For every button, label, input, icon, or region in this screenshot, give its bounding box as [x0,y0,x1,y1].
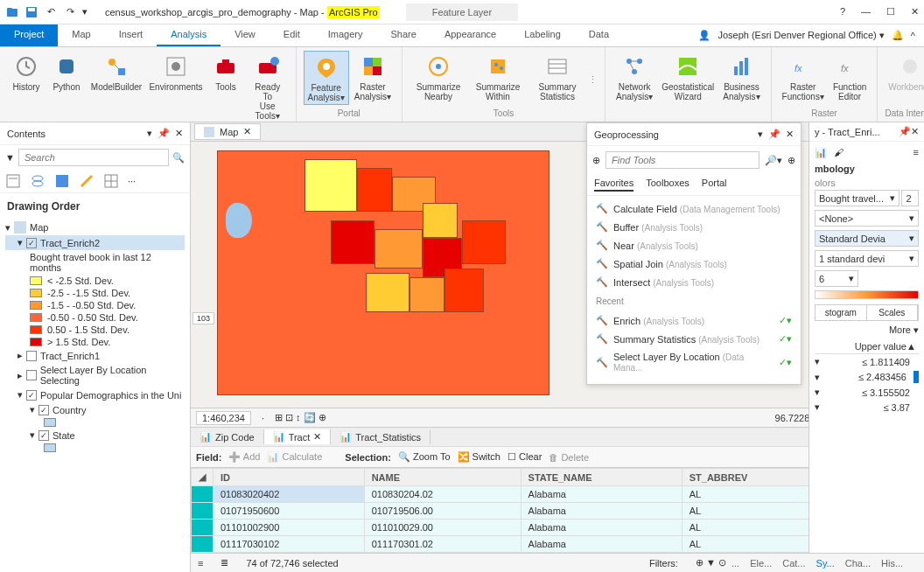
tools-more-icon[interactable]: ⋮ [588,74,598,86]
tab-edit[interactable]: Edit [270,24,314,46]
footer-tab-0[interactable]: ... [726,558,745,569]
gp-close-icon[interactable]: ✕ [786,129,794,140]
gp-tab-favorites[interactable]: Favorites [594,178,634,192]
toc-sublayer-state[interactable]: ▾✓State [5,428,185,443]
raster-analysis-button[interactable]: Raster Analysis▾ [351,51,395,103]
tab-share[interactable]: Share [377,24,430,46]
sym-more-button[interactable]: More ▾ [815,321,919,339]
gp-menu-icon[interactable]: ▾ [758,129,763,140]
sym-mode-1-icon[interactable]: 📊 [815,147,827,158]
attr-tab-tract[interactable]: 📊 Tract ✕ [264,429,332,444]
switch-button[interactable]: 🔀 Switch [458,451,500,463]
sym-field-count[interactable]: 2 [901,190,919,206]
contents-menu-icon[interactable]: ▾ [147,128,152,139]
help-button[interactable]: ? [840,6,845,17]
contents-close-icon[interactable]: ✕ [175,128,183,139]
sym-tab-histogram[interactable]: stogram [816,305,867,320]
gp-search-icon[interactable]: 🔎▾ [765,155,782,166]
tools-button[interactable]: Tools [206,51,245,94]
gp-tool-item[interactable]: 🔨Buffer (Analysis Tools) [587,218,801,236]
filter-icon[interactable]: ▼ [5,152,15,163]
context-tab-feature-layer[interactable]: Feature Layer [406,3,518,21]
sym-class-row[interactable]: ▾≤ 3.155502 [815,385,919,400]
ready-tools-button[interactable]: Ready To Use Tools▾ [247,51,289,122]
history-button[interactable]: History [7,51,46,94]
bell-icon[interactable]: 🔔 [892,30,904,41]
gp-tool-item[interactable]: 🔨Spatial Join (Analysis Tools) [587,255,801,273]
toc-layer-tract-enrich2[interactable]: ▾✓Tract_Enrich2 [5,235,185,250]
contents-pin-icon[interactable]: 📌 [158,128,170,139]
collapse-ribbon-icon[interactable]: ^ [911,31,915,41]
gp-tool-item[interactable]: 🔨Enrich (Analysis Tools)✓▾ [587,311,801,330]
network-analysis-button[interactable]: Network Analysis▾ [612,51,656,103]
sym-class-row[interactable]: ▾≤ 1.811409 [815,354,919,369]
environments-button[interactable]: Environments [147,51,205,94]
qat-dropdown-icon[interactable]: ▾ [82,6,88,17]
toc-layer-tract-enrich1[interactable]: ▸Tract_Enrich1 [5,348,185,363]
search-icon[interactable]: 🔍 [172,152,185,164]
toc-map[interactable]: ▾Map [5,220,185,235]
gp-tool-item[interactable]: 🔨Select Layer By Location (Data Mana...✓… [587,348,801,376]
raster-functions-button[interactable]: fxRaster Functions▾ [779,51,828,103]
close-button[interactable]: ✕ [911,6,919,17]
gp-tab-portal[interactable]: Portal [702,178,727,192]
python-button[interactable]: Python [47,51,86,94]
sym-interval-dd[interactable]: 1 standard devi▾ [815,250,919,267]
clear-button[interactable]: ☐ Clear [508,451,542,463]
tab-appearance[interactable]: Appearance [430,24,510,46]
sym-classes-dd[interactable]: 6▾ [815,270,858,287]
sym-norm-dd[interactable]: <None>▾ [815,210,919,227]
tab-map[interactable]: Map [58,24,104,46]
tab-insert[interactable]: Insert [105,24,158,46]
gp-tool-item[interactable]: 🔨Calculate Field (Data Management Tools) [587,199,801,218]
sym-class-row[interactable]: ▾≤ 3.87 [815,400,919,415]
footer-tab-sy[interactable]: Sy... [811,558,840,569]
minimize-button[interactable]: — [861,6,871,17]
delete-button[interactable]: 🗑 Delete [549,452,589,463]
maximize-button[interactable]: ☐ [886,6,895,17]
tab-project[interactable]: Project [0,24,58,46]
map-tab[interactable]: Map✕ [194,123,261,140]
gp-tool-item[interactable]: 🔨Near (Analysis Tools) [587,236,801,255]
list-by-editing-icon[interactable] [79,173,94,189]
map-tab-close-icon[interactable]: ✕ [243,126,251,137]
show-selected-icon[interactable]: ≣ [220,557,228,569]
gp-back-icon[interactable]: ⊕ [592,155,600,166]
tab-analysis[interactable]: Analysis [157,24,220,46]
gp-pin-icon[interactable]: 📌 [768,129,780,140]
add-field-button[interactable]: ➕ Add [228,451,260,463]
gp-tab-toolboxes[interactable]: Toolboxes [646,178,690,192]
calculate-button[interactable]: 📊 Calculate [267,451,322,463]
attr-tab-zipcode[interactable]: 📊 Zip Code [191,429,264,444]
map-tools-icons[interactable]: ⊞ ⊡ ↕ 🔄 ⊕ [275,412,326,423]
user-name[interactable]: Joseph (Esri Denver Regional Office) ▾ [718,30,884,41]
redo-icon[interactable]: ↷ [63,5,77,19]
sym-mode-2-icon[interactable]: 🖌 [834,147,844,158]
contents-more-icon[interactable]: ··· [128,176,136,186]
contents-search-input[interactable] [18,149,169,166]
sym-menu-icon[interactable]: ≡ [914,147,919,158]
footer-tab-ele[interactable]: Ele... [745,558,777,569]
sym-class-row[interactable]: ▾≤ 2.483456 [815,369,919,385]
toc-layer-select-by-location[interactable]: ▸Select Layer By Location Selecting [5,363,185,387]
gp-add-icon[interactable]: ⊕ [788,155,795,166]
list-by-drawing-icon[interactable] [5,173,21,189]
gp-tool-item[interactable]: 🔨Intersect (Analysis Tools) [587,273,801,291]
filter-icons[interactable]: ⊕ ▼ ⊙ [696,557,726,569]
footer-tab-cat[interactable]: Cat... [777,558,810,569]
sym-close-icon[interactable]: ✕ [911,126,919,137]
list-by-source-icon[interactable] [30,173,46,189]
tab-imagery[interactable]: Imagery [314,24,377,46]
feature-analysis-button[interactable]: Feature Analysis▾ [304,51,349,105]
color-ramp[interactable] [815,290,919,299]
business-analysis-button[interactable]: Business Analysis▾ [719,51,763,103]
scale-input[interactable]: 1:460,234 [196,411,251,425]
tab-labeling[interactable]: Labeling [510,24,575,46]
summary-statistics-button[interactable]: Summary Statistics [528,51,586,103]
gp-search-input[interactable] [606,151,760,169]
list-by-snapping-icon[interactable] [103,173,119,189]
zoom-to-button[interactable]: 🔍 Zoom To [398,451,451,463]
summarize-nearby-button[interactable]: Summarize Nearby [410,51,467,103]
geostatistical-wizard-button[interactable]: Geostatistical Wizard [658,51,718,103]
footer-tab-cha[interactable]: Cha... [840,558,876,569]
